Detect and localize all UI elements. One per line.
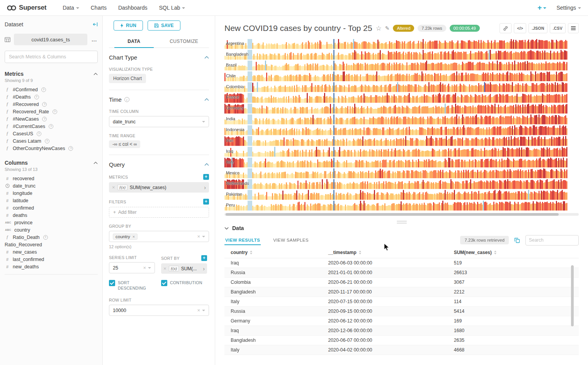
table-row[interactable]: Bangladesh2020-06-07 00:00:002635 [224, 336, 579, 345]
new-item-button[interactable]: + [537, 3, 546, 12]
column-item[interactable]: date_trunc [5, 182, 98, 189]
scrollbar-thumb[interactable] [226, 213, 559, 216]
favorite-star-icon[interactable]: ☆ [376, 24, 381, 32]
clear-select-icon[interactable]: × [197, 234, 200, 239]
time-column-select[interactable]: date_trunc [109, 116, 209, 127]
nav-dashboards[interactable]: Dashboards [118, 5, 148, 11]
column-item[interactable]: #latitude [5, 197, 98, 204]
metric-item[interactable]: ƒCases Latam? [5, 137, 98, 145]
nav-data[interactable]: Data [63, 5, 79, 11]
data-section-header[interactable]: Data [224, 225, 579, 231]
embed-code-button[interactable]: </> [514, 23, 526, 33]
export-csv-button[interactable]: .CSV [550, 23, 566, 33]
tab-view-samples[interactable]: VIEW SAMPLES [272, 234, 309, 246]
info-icon: i [124, 97, 129, 102]
collapse-panel-icon[interactable] [93, 22, 98, 27]
column-item[interactable]: ƒRatio_Death? [5, 234, 98, 241]
column-item[interactable]: Ratio_Recovered [5, 241, 98, 248]
altered-badge[interactable]: Altered [393, 25, 414, 32]
run-button[interactable]: RUN [114, 20, 143, 31]
superset-logo[interactable]: Superset [7, 4, 46, 12]
remove-metric-icon[interactable]: × [112, 185, 115, 190]
column-name: recovered [13, 176, 34, 181]
chart-menu-button[interactable] [568, 23, 579, 33]
sort-descending-checkbox[interactable]: SORT DESCENDING [109, 280, 155, 291]
row-limit-select[interactable]: 10000 × [109, 305, 209, 316]
header-sum-new-cases[interactable]: SUM(new_cases) [448, 250, 579, 255]
metric-item[interactable]: ƒOtherCountryNewCases? [5, 145, 98, 152]
dataset-selector[interactable]: covid19.cases_ts [14, 34, 87, 45]
chevron-up-icon [204, 56, 209, 59]
viz-type-value[interactable]: Horizon Chart [109, 74, 146, 83]
results-table: country __timestamp SUM(new_cases) Iraq2… [224, 247, 579, 355]
header-timestamp[interactable]: __timestamp [322, 250, 448, 255]
column-item[interactable]: #recovered [5, 175, 98, 182]
dataset-search-input[interactable] [9, 54, 93, 60]
table-row[interactable]: Iraq2020-06-03 00:00:00519 [224, 258, 579, 268]
tab-customize[interactable]: CUSTOMIZE [159, 35, 209, 48]
copy-data-button[interactable] [514, 237, 520, 243]
column-item[interactable]: ABCprovince [5, 219, 98, 226]
table-row[interactable]: Italy2020-07-15 00:00:00114 [224, 297, 579, 307]
save-button[interactable]: SAVE [148, 20, 180, 31]
pane-resize-handle[interactable] [396, 221, 408, 223]
metrics-section-header[interactable]: Metrics [5, 71, 98, 77]
remove-chip-icon[interactable]: × [133, 234, 135, 239]
metric-item[interactable]: ƒCasesUS? [5, 130, 98, 137]
metric-item[interactable]: ƒRecovered_Rate? [5, 108, 98, 115]
column-item[interactable]: #confirmed [5, 204, 98, 211]
nav-sqllab[interactable]: SQL Lab [159, 5, 185, 11]
table-row[interactable]: Russia2021-01-01 00:00:0026613 [224, 268, 579, 278]
header-country[interactable]: country [224, 250, 322, 255]
horizon-chart[interactable]: ArgentinaBangladeshBrazilChileColombiaFr… [224, 39, 579, 211]
edit-title-icon[interactable]: ✎ [385, 25, 390, 31]
export-json-button[interactable]: .JSON [529, 23, 547, 33]
tab-data[interactable]: DATA [109, 35, 159, 48]
metric-item[interactable]: ƒ#CurrentCases? [5, 123, 98, 130]
table-row[interactable]: Bangladesh2020-11-17 00:00:002212 [224, 287, 579, 297]
sort-by-pill[interactable]: × ƒ(x) SUM(... › [161, 263, 207, 274]
contribution-checkbox[interactable]: CONTRIBUTION [161, 280, 207, 291]
time-section-header[interactable]: Timei [109, 96, 209, 103]
table-row[interactable]: Italy2020-04-02 00:00:004668 [224, 345, 579, 355]
add-filter-dropzone[interactable]: + Add filter [109, 207, 209, 218]
sort-by-label: SORT BY [161, 256, 180, 261]
metric-item[interactable]: ƒ#NewCases? [5, 115, 98, 123]
vertical-scrollbar[interactable] [571, 265, 574, 326]
column-item[interactable]: #new_cases [5, 248, 98, 256]
dataset-more-icon[interactable]: ... [91, 37, 98, 43]
add-filter-button[interactable]: + [203, 199, 209, 205]
column-item[interactable]: ABCcountry [5, 226, 98, 234]
metric-item[interactable]: ƒ#Deaths? [5, 93, 98, 101]
remove-sort-icon[interactable]: × [163, 266, 167, 271]
table-row[interactable]: Iraq2020-12-06 00:00:001680 [224, 326, 579, 336]
chart-type-section-header[interactable]: Chart Type [109, 54, 209, 61]
column-item[interactable]: #longitude [5, 189, 98, 197]
table-row[interactable]: Russia2020-09-15 00:00:005414 [224, 307, 579, 316]
nav-charts[interactable]: Charts [91, 5, 107, 11]
metric-pill[interactable]: × ƒ(x) SUM(new_cases) › [109, 182, 209, 193]
add-metric-button[interactable]: + [203, 174, 209, 180]
group-by-chip[interactable]: country × [113, 234, 138, 240]
column-item[interactable]: #deaths [5, 211, 98, 219]
series-limit-select[interactable]: 25 × [109, 262, 155, 273]
column-item[interactable]: #new_deaths [5, 263, 98, 270]
copy-link-button[interactable] [500, 23, 512, 33]
cell-country: Russia [224, 309, 322, 314]
results-search-input[interactable] [529, 237, 575, 243]
table-row[interactable]: Germany2020-06-12 00:00:00169 [224, 316, 579, 326]
table-row[interactable]: Colombia2020-06-21 00:00:003067 [224, 278, 579, 287]
columns-section-header[interactable]: Columns [5, 160, 98, 166]
column-item[interactable]: #last_confirmed [5, 256, 98, 263]
metric-item[interactable]: ƒ#Recovered? [5, 101, 98, 108]
add-sort-by-button[interactable]: + [201, 255, 207, 261]
clear-select-icon[interactable]: × [197, 308, 200, 313]
tab-view-results[interactable]: VIEW RESULTS [224, 234, 261, 246]
query-section-header[interactable]: Query [109, 161, 209, 168]
group-by-select[interactable]: country × × [109, 231, 209, 242]
clear-select-icon[interactable]: × [143, 265, 146, 270]
settings-menu[interactable]: Settings [556, 5, 581, 11]
metric-item[interactable]: ƒ#Confirmed? [5, 86, 98, 93]
time-range-value[interactable]: -∞ ≤ col < ∞ [109, 140, 140, 148]
horizontal-scrollbar[interactable] [224, 213, 579, 216]
